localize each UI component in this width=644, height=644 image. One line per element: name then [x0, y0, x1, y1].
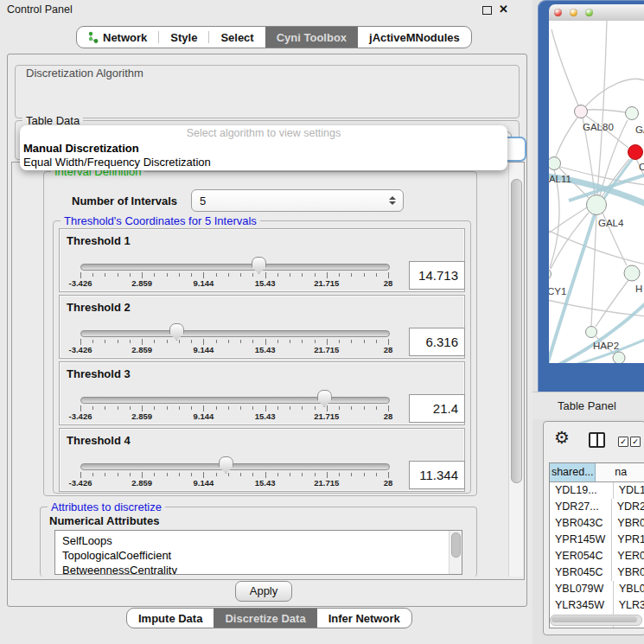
attribute-list-item[interactable]: TopologicalCoefficient [55, 548, 462, 563]
threshold-label: Threshold 2 [67, 301, 131, 314]
slider-track[interactable] [80, 330, 390, 337]
checkbox-icon[interactable]: ✓ [630, 437, 641, 447]
network-node-gal11[interactable] [549, 157, 561, 170]
network-edge[interactable] [596, 280, 628, 327]
network-node-h[interactable] [624, 265, 640, 281]
network-edge[interactable] [549, 221, 644, 265]
slider-tick [216, 340, 217, 343]
table-panel-header: Table Panel [532, 392, 644, 419]
slider-tick [92, 340, 93, 343]
cyni-toolbox-panel: Discretization Algorithm Select algorith… [7, 54, 527, 607]
network-node-c[interactable] [628, 145, 643, 160]
table-row[interactable]: YDL19...YDL1 [550, 482, 644, 499]
slider-tick [118, 406, 118, 410]
scrollbar-thumb[interactable] [552, 616, 637, 622]
tab-impute-data[interactable]: Impute Data [127, 609, 214, 628]
node-label: HAP2 [593, 341, 619, 351]
scrollbar-thumb[interactable] [511, 179, 522, 483]
slider-tick [80, 472, 81, 478]
network-edge[interactable] [581, 79, 644, 112]
slider-tick-label: 9.144 [194, 478, 214, 488]
slider-handle[interactable] [317, 390, 332, 407]
tab-jactivemnodules[interactable]: jActiveMNodules [358, 27, 471, 48]
table-row[interactable]: YDR27...YDR2 [550, 499, 644, 515]
slider-handle[interactable] [169, 323, 184, 341]
slider-tick-label: 21.715 [314, 345, 339, 354]
gear-icon[interactable]: ⚙ [554, 427, 570, 448]
tab-style[interactable]: Style [159, 27, 208, 48]
network-edge[interactable] [587, 110, 626, 112]
number-of-intervals-combobox[interactable]: 5 [191, 189, 404, 212]
network-edge[interactable] [549, 207, 587, 247]
dropdown-option[interactable]: Equal Width/Frequency Discretization [20, 156, 507, 169]
close-traffic-light[interactable] [554, 9, 562, 16]
network-canvas[interactable]: GAL80GACGAL11GAL4GCY1HHAP2 [549, 21, 644, 363]
table-row[interactable]: YBR043CYBR0 [550, 515, 644, 532]
slider-tick-label: 2.859 [131, 478, 152, 488]
slider-tick-label: -3.426 [69, 278, 92, 288]
attribute-list-item[interactable]: SelfLoops [55, 533, 462, 548]
cell-name: YBR0 [612, 515, 644, 532]
slider-handle[interactable] [252, 257, 266, 274]
column-header-name[interactable]: na [596, 463, 644, 481]
cell-name: YDL1 [614, 482, 644, 499]
slider-track[interactable] [80, 397, 390, 404]
table-row[interactable]: YBL079WYBL0 [550, 581, 644, 597]
slider-track[interactable] [80, 264, 390, 271]
checkbox-icon[interactable]: ✓ [618, 437, 628, 447]
network-node-hap2[interactable] [586, 327, 597, 338]
table-row[interactable]: YLR345WYLR3 [550, 597, 644, 614]
table-row[interactable]: YER054CYER0 [550, 548, 644, 564]
slider-tick [351, 273, 352, 277]
threshold-value-field[interactable]: 14.713 [409, 261, 465, 290]
network-edge[interactable] [556, 118, 577, 156]
table-row[interactable]: YBR045CYBR0 [550, 564, 644, 581]
cell-name: YER0 [612, 548, 644, 564]
threshold-panel: Threshold 1-3.4262.8599.14415.4321.71528… [59, 228, 465, 292]
network-node-gal4[interactable] [587, 195, 607, 215]
column-header-shared-name[interactable]: shared... [550, 463, 596, 481]
dropdown-option[interactable]: Manual Discretization [20, 142, 507, 156]
vertical-scrollbar[interactable] [508, 163, 523, 577]
tab-discretize-data[interactable]: Discretize Data [214, 609, 316, 628]
column-visibility-icon[interactable] [589, 432, 605, 448]
slider-tick [142, 472, 143, 478]
slider-track[interactable] [80, 463, 390, 470]
slider-tick [315, 473, 316, 476]
zoom-traffic-light[interactable] [585, 9, 593, 16]
tab-network[interactable]: Network [77, 27, 158, 48]
threshold-value-field[interactable]: 6.316 [409, 328, 465, 356]
slider-tick [228, 340, 229, 343]
slider-tick [216, 406, 217, 410]
network-node-gcy1[interactable] [549, 269, 552, 280]
minimize-traffic-light[interactable] [570, 9, 577, 16]
listbox-scrollbar[interactable] [449, 531, 462, 574]
attribute-list-item[interactable]: BetweennessCentrality [55, 563, 462, 575]
slider-tick-label: 21.715 [314, 411, 339, 421]
dropdown-placeholder: Select algorithm to view settings [20, 125, 507, 142]
network-node-ga[interactable] [626, 107, 639, 120]
float-window-icon[interactable] [482, 6, 492, 15]
network-node-gal80[interactable] [575, 105, 588, 118]
threshold-value-field[interactable]: 11.344 [409, 461, 465, 489]
table-row[interactable]: YPR145WYPR1 [550, 532, 644, 548]
slider-tick [339, 406, 340, 410]
slider-tick [364, 473, 365, 476]
tab-cyni-toolbox[interactable]: Cyni Toolbox [265, 27, 358, 48]
threshold-value-field[interactable]: 21.4 [409, 394, 465, 423]
network-edge[interactable] [552, 29, 581, 112]
apply-button[interactable]: Apply [235, 581, 292, 602]
slider-tick [154, 273, 155, 277]
slider-handle[interactable] [219, 456, 233, 474]
cell-shared-name: YBR043C [550, 515, 612, 532]
horizontal-scrollbar[interactable] [550, 615, 642, 626]
network-edge[interactable] [550, 169, 559, 268]
network-edge[interactable] [597, 21, 607, 194]
network-node[interactable] [613, 352, 625, 363]
tab-infer-network[interactable]: Infer Network [317, 609, 411, 628]
close-icon[interactable]: ✕ [499, 3, 508, 16]
slider-tick [80, 339, 81, 345]
tab-select[interactable]: Select [209, 27, 265, 48]
network-window-titlebar[interactable] [549, 4, 644, 22]
slider-tick [277, 273, 278, 277]
